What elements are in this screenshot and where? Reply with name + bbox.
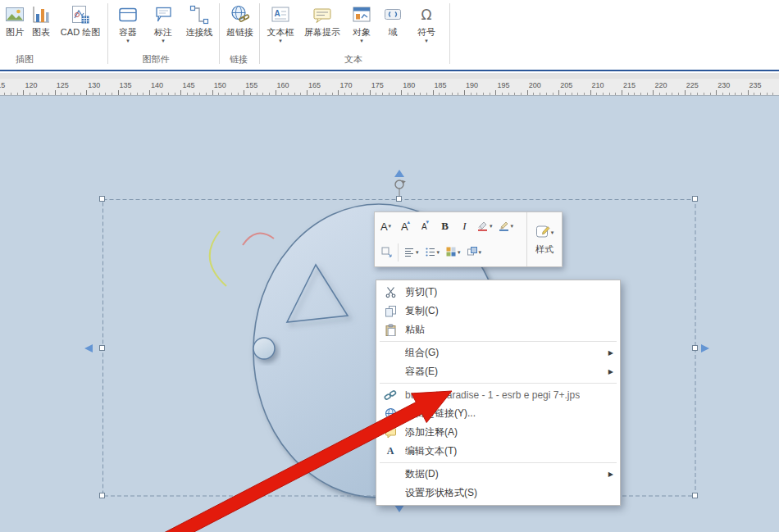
ribbon-group-divider [449, 3, 450, 64]
ruler-tick [666, 93, 667, 95]
ribbon-button-textbox[interactable]: A 文本框 ▾ [262, 1, 299, 52]
menu-separator [380, 341, 617, 342]
bullets-button[interactable]: ▾ [422, 242, 443, 263]
arc-shape-red[interactable] [243, 234, 274, 245]
line-color-button[interactable]: ▾ [496, 216, 517, 237]
connect-arrow-right[interactable] [701, 344, 709, 352]
ruler-label: 185 [435, 81, 447, 89]
ruler-tick [577, 93, 578, 95]
selection-handle-middle-left[interactable] [99, 345, 105, 351]
menu-item-hyperlink-target[interactable]: burnout paradise - 1 - esrb e pegi 7+.jp… [377, 385, 619, 404]
position-button[interactable]: ▾ [443, 242, 463, 263]
ruler-tick [74, 93, 75, 95]
ruler-label: 160 [277, 81, 289, 89]
button-label: 图片 [6, 27, 24, 38]
ruler-tick [288, 93, 289, 95]
chevron-down-icon: ▾ [551, 230, 554, 236]
rotation-handle[interactable] [395, 180, 406, 196]
ruler-label: 155 [245, 81, 257, 89]
ribbon-button-hyperlink[interactable]: 超链接 [221, 1, 258, 52]
menu-item-edit-hyperlink[interactable]: 编辑超链接(Y)... [377, 404, 619, 423]
ruler-label: 225 [686, 81, 699, 89]
ruler-label: 220 [654, 81, 667, 89]
style-button[interactable]: ▾ 样式 [526, 212, 562, 266]
menu-item-cut[interactable]: 剪切(T) [377, 283, 619, 302]
ribbon-button-object[interactable]: 对象 ▾ [345, 1, 378, 52]
ruler-tick [130, 93, 131, 95]
selection-handle-top-middle[interactable] [396, 196, 402, 202]
ruler-tick [647, 93, 648, 95]
arc-shape-yellow[interactable] [210, 231, 226, 286]
chevron-down-icon: ▾ [437, 249, 440, 256]
ruler-label: 140 [151, 81, 163, 89]
ruler-tick [319, 93, 320, 95]
ruler-tick [389, 93, 390, 95]
menu-item-copy[interactable]: 复制(C) [377, 302, 619, 321]
ruler-tick [143, 93, 144, 95]
ribbon-button-chart[interactable]: 图表 [28, 1, 54, 52]
ribbon-button-screentip[interactable]: 屏幕提示 [299, 1, 345, 52]
menu-item-data[interactable]: 数据(D) ▶ [377, 465, 619, 484]
selection-handle-bottom-right[interactable] [692, 493, 698, 498]
ruler-tick [772, 93, 773, 95]
arrange-icon [467, 246, 478, 260]
ruler-tick [565, 93, 566, 95]
ribbon-button-picture[interactable]: 图片 [2, 1, 28, 52]
ruler-tick [156, 93, 157, 95]
grow-font-button[interactable]: A▴ [396, 216, 415, 237]
autosize-button[interactable] [376, 242, 395, 263]
ribbon-button-callout[interactable]: 标注 ▾ [146, 1, 180, 52]
menu-item-edit-text[interactable]: A 编辑文本(T) [377, 442, 619, 461]
ruler-tick [596, 93, 597, 95]
menu-item-paste[interactable]: 粘贴 [377, 321, 619, 339]
selection-handle-top-right[interactable] [692, 196, 698, 202]
selection-handle-middle-right[interactable] [692, 345, 698, 351]
ruler-tick [678, 93, 679, 95]
ribbon-button-container[interactable]: 容器 ▾ [110, 1, 146, 52]
submenu-arrow-icon: ▶ [608, 368, 613, 375]
ribbon-button-field[interactable]: 域 [378, 1, 408, 52]
ruler-tick [521, 93, 522, 95]
ruler-tick [704, 93, 704, 95]
ruler-tick [502, 93, 503, 95]
chevron-down-icon: ▾ [511, 223, 514, 230]
menu-item-format-shape[interactable]: 设置形状格式(S) [377, 484, 619, 502]
ruler-tick [408, 93, 408, 95]
ruler-tick [546, 93, 547, 95]
arrange-button[interactable]: ▾ [464, 242, 485, 263]
ruler-tick [401, 90, 402, 95]
ruler-label: 215 [623, 81, 636, 89]
ribbon-button-symbol[interactable]: Ω 符号 ▾ [408, 1, 445, 52]
italic-button[interactable]: I [455, 216, 474, 237]
font-button[interactable]: A▾ [376, 216, 395, 237]
menu-item-container[interactable]: 容器(E) ▶ [377, 362, 619, 381]
ruler-tick [338, 90, 339, 95]
connect-arrow-up[interactable] [394, 170, 404, 177]
connect-arrow-left[interactable] [84, 344, 93, 352]
menu-item-add-comment[interactable]: 添加注释(A) [377, 423, 619, 442]
menu-item-group[interactable]: 组合(G) ▶ [377, 343, 619, 362]
align-button[interactable]: ▾ [401, 242, 421, 263]
ruler-tick [23, 90, 24, 95]
selection-handle-top-left[interactable] [99, 196, 105, 202]
horizontal-ruler[interactable]: 1151201251301351401451501551601651701751… [0, 79, 779, 96]
highlight-color-button[interactable]: ▾ [475, 216, 495, 237]
paste-icon [382, 324, 399, 336]
bold-button[interactable]: B [435, 216, 454, 237]
ruler-tick [382, 93, 383, 95]
svg-text:A: A [274, 9, 280, 18]
hyperlink-icon [230, 1, 251, 25]
drawing-canvas[interactable]: A▾ A▴ A▾ B I ▾ ▾ ▾ ▾ ▾ ▾ ▾ 样式 [0, 96, 779, 532]
small-circle-shape[interactable] [253, 338, 275, 359]
ruler-tick [231, 93, 232, 95]
selection-handle-bottom-left[interactable] [99, 493, 105, 498]
chevron-down-icon: ▾ [425, 38, 428, 44]
submenu-arrow-icon: ▶ [608, 471, 613, 478]
ruler-tick [357, 93, 358, 95]
mini-toolbar: A▾ A▴ A▾ B I ▾ ▾ ▾ ▾ ▾ ▾ ▾ 样式 [374, 211, 563, 267]
shrink-font-button[interactable]: A▾ [416, 216, 435, 237]
connect-arrow-down[interactable] [394, 505, 404, 512]
ribbon-button-cad-drawing[interactable]: CAD 绘图 [54, 1, 107, 52]
ribbon-button-connector[interactable]: 连接线 [180, 1, 218, 52]
ruler-tick [276, 90, 276, 95]
